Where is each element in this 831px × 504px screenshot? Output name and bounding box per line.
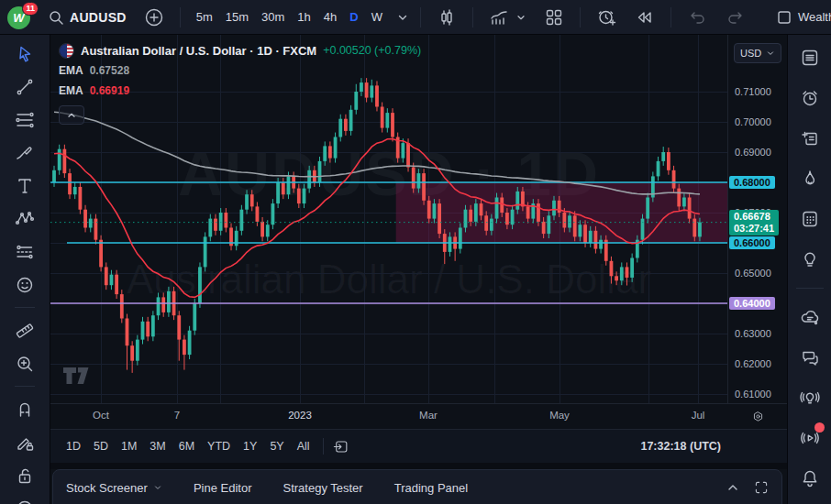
bar-replay-button[interactable] (628, 3, 661, 32)
text-icon (14, 175, 36, 197)
chevron-down-icon (766, 49, 775, 58)
watchlist-icon (799, 47, 821, 69)
level-price-label[interactable]: 0.68000 (729, 176, 775, 189)
drawing-toolbar (0, 35, 50, 504)
range-button-All[interactable]: All (291, 436, 316, 456)
private-chats-button[interactable] (796, 345, 824, 369)
symbol-search-button[interactable]: AUDUSD (42, 5, 132, 29)
time-tick: Jul (692, 410, 705, 421)
streams-button[interactable] (796, 426, 824, 450)
magnet-mode-tool[interactable] (9, 397, 40, 422)
watchlist-button[interactable] (796, 46, 824, 70)
chart-plot[interactable]: AUDUSD · 1D Australian Dollar / U.S. Dol… (50, 35, 727, 403)
text-tool[interactable] (9, 173, 40, 198)
interval-menu-button[interactable] (394, 7, 411, 27)
chevron-up-icon[interactable] (726, 481, 739, 494)
panel-tab-trading-panel[interactable]: Trading Panel (394, 481, 468, 495)
alerts-button[interactable] (796, 86, 824, 110)
zoom-in-icon (14, 353, 36, 375)
price-tick: 0.69000 (735, 146, 771, 159)
level-price-label[interactable]: 0.64000 (729, 297, 775, 310)
emoji-tool[interactable] (9, 272, 40, 297)
legend-collapse-button[interactable] (59, 105, 84, 125)
range-button-1Y[interactable]: 1Y (237, 436, 263, 456)
range-button-6M[interactable]: 6M (172, 436, 201, 456)
symbol-legend-row[interactable]: Australian Dollar / U.S. Dollar · 1D · F… (59, 40, 421, 60)
range-button-YTD[interactable]: YTD (201, 436, 237, 456)
range-button-5D[interactable]: 5D (87, 436, 115, 456)
session-clock[interactable]: 17:32:18 (UTC) (640, 440, 721, 453)
ideas-stream-button[interactable] (796, 386, 824, 410)
redo-button[interactable] (719, 3, 752, 32)
toolbar-divider (15, 307, 35, 308)
indicator-label: EMA (59, 84, 83, 97)
economic-calendar-button[interactable] (796, 207, 824, 231)
toolbar-divider (15, 386, 35, 387)
notifications-button[interactable] (796, 466, 824, 490)
create-alert-button[interactable] (590, 3, 623, 32)
level-price-label[interactable]: 0.66000 (729, 236, 775, 249)
hotlists-button[interactable] (796, 167, 824, 191)
interval-button-W[interactable]: W (365, 6, 389, 27)
trend-line-tool[interactable] (9, 74, 40, 99)
indicator-legend-row[interactable]: EMA 0.67528 (59, 60, 421, 81)
public-chats-button[interactable] (796, 305, 824, 329)
chevron-down-icon (153, 483, 162, 492)
interval-button-5m[interactable]: 5m (190, 6, 219, 27)
bell-icon (799, 467, 821, 489)
xabcd-pattern-icon (14, 208, 36, 230)
brush-tool[interactable] (9, 140, 40, 165)
smiley-icon (14, 274, 36, 296)
panel-tab-stock-screener[interactable]: Stock Screener (66, 481, 162, 495)
measure-tool[interactable] (9, 318, 40, 343)
last-price-value: 0.66678 (734, 211, 774, 223)
interval-button-30m[interactable]: 30m (255, 6, 291, 27)
range-button-1M[interactable]: 1M (115, 436, 143, 456)
interval-button-D[interactable]: D (343, 6, 364, 27)
eye-icon (14, 498, 36, 504)
chart-legend: Australian Dollar / U.S. Dollar · 1D · F… (59, 40, 421, 125)
layout-name: Wealthy Educ... (798, 10, 831, 24)
price-tick: 0.71000 (735, 85, 771, 98)
panel-tab-pine-editor[interactable]: Pine Editor (194, 481, 252, 495)
forecast-tool[interactable] (9, 239, 40, 264)
range-button-5Y[interactable]: 5Y (263, 436, 290, 456)
current-symbol: AUDUSD (70, 10, 127, 25)
replay-rewind-icon (634, 6, 656, 28)
interval-button-1h[interactable]: 1h (291, 6, 316, 27)
cursor-tool[interactable] (9, 41, 40, 66)
lock-all-drawings-tool[interactable] (9, 463, 40, 488)
range-button-1D[interactable]: 1D (60, 436, 87, 456)
panel-tab-strategy-tester[interactable]: Strategy Tester (283, 481, 362, 495)
price-axis[interactable]: USD 0.710000.700000.690000.670000.650000… (727, 35, 787, 403)
right-sidebar (787, 35, 831, 504)
hide-drawings-tool[interactable] (9, 496, 40, 504)
interval-button-15m[interactable]: 15m (219, 6, 255, 27)
go-to-date-button[interactable] (330, 436, 351, 457)
currency-selector[interactable]: USD (734, 43, 781, 63)
undo-button[interactable] (681, 3, 714, 32)
fib-retracement-tool[interactable] (9, 107, 40, 132)
range-button-3M[interactable]: 3M (143, 436, 172, 456)
range-buttons-group: 1D5D1M3M6MYTD1Y5YAll (60, 436, 316, 456)
indicator-legend-row[interactable]: EMA 0.66919 (59, 81, 421, 101)
layout-name-button[interactable]: Wealthy Educ... (770, 5, 831, 29)
account-menu-button[interactable]: W 11 (6, 4, 37, 31)
layout-grid-button[interactable] (537, 3, 571, 32)
time-tick: May (549, 410, 570, 421)
compare-add-symbol-button[interactable] (138, 3, 171, 32)
forecast-icon (14, 241, 36, 263)
indicators-button[interactable] (482, 3, 532, 32)
time-axis[interactable]: Oct72023MarMayJul (50, 403, 787, 429)
chart-style-button[interactable] (430, 3, 463, 32)
drawing-lock-tool[interactable] (9, 430, 40, 455)
my-ideas-button[interactable] (796, 247, 824, 271)
gear-icon[interactable] (751, 410, 765, 423)
pattern-tool[interactable] (9, 206, 40, 231)
interval-button-4h[interactable]: 4h (317, 6, 343, 27)
maximize-panel-icon[interactable] (754, 480, 769, 495)
search-icon (48, 9, 64, 26)
multichart-grid-icon (543, 6, 565, 28)
zoom-in-tool[interactable] (9, 351, 40, 376)
notes-button[interactable] (796, 126, 824, 150)
